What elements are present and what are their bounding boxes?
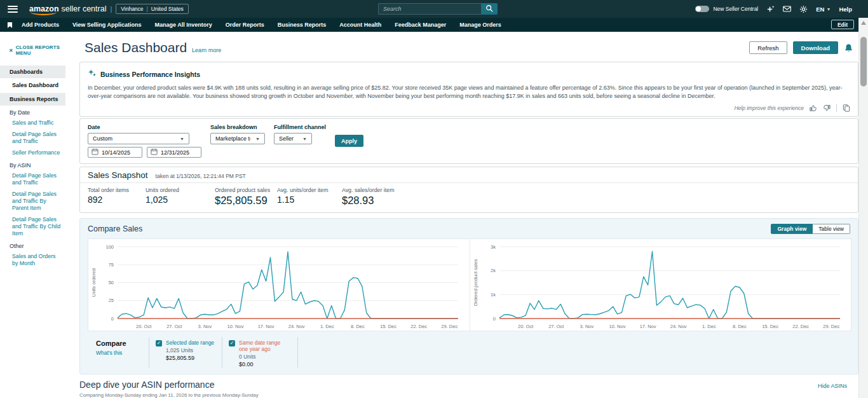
filters-card: Date Custom ▼ 10/14/2025 12/31/2025 (79, 118, 858, 164)
whats-this-link[interactable]: What's this (96, 350, 149, 356)
sales-snapshot-card: Sales Snapshot taken at 1/13/2026, 12:21… (79, 167, 858, 213)
search-input[interactable] (378, 3, 481, 15)
fulfillment-channel-select[interactable]: Seller ▼ (274, 133, 312, 144)
copy-icon[interactable] (843, 104, 850, 112)
scroll-up-arrow-icon[interactable] (861, 21, 866, 25)
hide-asins-link[interactable]: Hide ASINs (818, 383, 847, 389)
table-view-button[interactable]: Table view (813, 224, 850, 234)
logo-amazon-text: amazon (29, 4, 59, 13)
checkbox-selected-date-range[interactable]: ✓ (156, 340, 162, 347)
sidebar-item[interactable]: Detail Page Sales and Traffic (0, 128, 65, 147)
subnav-item[interactable]: Manage Orders (459, 22, 501, 28)
compare-label: Compare (96, 340, 149, 347)
insights-body-text: In December, your ordered product sales … (88, 84, 850, 100)
metric-value: $28.93 (342, 195, 394, 207)
metric-label: Total order items (88, 187, 146, 193)
settings-gear-icon[interactable] (799, 5, 808, 13)
metric-value: $25,805.59 (215, 195, 277, 207)
metric-label: Units ordered (146, 187, 215, 193)
snapshot-metric: Total order items892 (88, 187, 146, 207)
sparkle-plus-icon[interactable] (766, 5, 775, 13)
amazon-seller-central-logo[interactable]: amazon seller central (29, 4, 106, 13)
snapshot-title: Sales Snapshot (88, 170, 148, 180)
logo-seller-central-text: seller central (62, 4, 107, 13)
business-performance-insights-card: Business Performance Insights In Decembe… (79, 62, 858, 117)
thumbs-up-icon[interactable] (810, 104, 817, 112)
checkbox-same-date-range-one-year-ago[interactable]: ✓ (229, 340, 235, 347)
sidebar-item[interactable]: Detail Page Sales and Traffic (0, 170, 65, 188)
svg-text:15. Dec: 15. Dec (380, 324, 397, 329)
sales-breakdown-label: Sales breakdown (210, 124, 265, 130)
main-content: Sales Dashboard Learn more Refresh Downl… (65, 32, 858, 398)
sales-breakdown-select[interactable]: Marketplace total ▼ (210, 133, 265, 144)
metric-label: Ordered product sales (215, 187, 277, 193)
header-actions: New Seller Central EN ▼ Help (695, 0, 852, 18)
end-date-input[interactable]: 12/31/2025 (147, 147, 201, 158)
charts-panel: 025507510020. Oct27. Oct3. Nov10. Nov17.… (88, 238, 851, 331)
learn-more-link[interactable]: Learn more (192, 47, 221, 53)
sidebar-item[interactable]: Sales Dashboard (0, 78, 65, 91)
refresh-button[interactable]: Refresh (749, 41, 787, 54)
subnav-item[interactable]: View Selling Applications (72, 22, 142, 28)
svg-text:3k: 3k (491, 244, 496, 250)
edit-button[interactable]: Edit (831, 20, 854, 29)
subnav-item[interactable]: Order Reports (226, 22, 264, 28)
start-date-input[interactable]: 10/14/2025 (88, 147, 142, 158)
date-filter-label: Date (88, 124, 201, 130)
legend-item-previous: ✓ Same date range one year ago 0 Units $… (222, 337, 297, 367)
deep-dive-subtitle: Comparing Monday-Sunday ending Jan 11, 2… (79, 392, 853, 398)
new-seller-central-toggle[interactable] (695, 6, 709, 12)
footer-divider (836, 104, 837, 112)
sidebar-item[interactable]: Detail Page Sales and Traffic By Parent … (0, 188, 65, 214)
start-date-value: 10/14/2025 (102, 149, 130, 156)
sidebar-item[interactable]: Sales and Orders by Month (0, 250, 65, 269)
date-range-select[interactable]: Custom ▼ (88, 133, 189, 144)
chevron-down-icon: ▼ (250, 137, 260, 141)
download-button[interactable]: Download (793, 41, 838, 54)
sidebar-subheader: Other (0, 239, 65, 250)
insights-title: Business Performance Insights (100, 71, 200, 78)
bookmark-icon[interactable] (7, 22, 13, 29)
svg-text:27. Oct: 27. Oct (166, 324, 182, 329)
svg-text:100: 100 (105, 244, 114, 250)
language-selector[interactable]: EN ▼ (816, 6, 831, 13)
svg-text:27. Oct: 27. Oct (548, 324, 564, 329)
subnav-item[interactable]: Account Health (339, 22, 381, 28)
search-button[interactable] (481, 3, 498, 15)
thumbs-down-icon[interactable] (823, 104, 831, 112)
subnav-item[interactable]: Manage All Inventory (155, 22, 212, 28)
sales-breakdown-filter-group: Sales breakdown Marketplace total ▼ (210, 124, 265, 158)
subnav-item[interactable]: Add Products (22, 22, 59, 28)
snapshot-metric: Ordered product sales$25,805.59 (215, 187, 277, 207)
metric-value: 1.15 (277, 195, 342, 205)
svg-text:1k: 1k (491, 292, 496, 298)
sidebar-item[interactable]: Seller Performance (0, 147, 65, 158)
deep-dive-title: Deep dive your ASIN performance (79, 380, 214, 390)
svg-text:17. Nov: 17. Nov (258, 324, 275, 329)
account-marketplace-switcher[interactable]: Vinhance | United States (116, 4, 189, 14)
sidebar-menu: DashboardsSales DashboardBusiness Report… (0, 65, 65, 269)
subnav-item[interactable]: Business Reports (278, 22, 327, 28)
subnav-item[interactable]: Feedback Manager (395, 22, 446, 28)
metric-label: Avg. units/order item (277, 187, 342, 193)
chevron-down-icon: ▼ (297, 137, 307, 141)
close-reports-menu-link[interactable]: ✕ CLOSE REPORTS MENU (0, 32, 65, 64)
legend-divider (297, 337, 298, 367)
sidebar-item[interactable]: Detail Page Sales and Traffic By Child I… (0, 214, 65, 239)
graph-view-button[interactable]: Graph view (771, 224, 813, 234)
title-actions: Refresh Download (749, 41, 853, 54)
hamburger-menu-icon[interactable] (8, 6, 18, 13)
snapshot-metric: Avg. sales/order item$28.93 (342, 187, 394, 207)
apply-button[interactable]: Apply (335, 135, 363, 147)
svg-text:29. Dec: 29. Dec (441, 324, 458, 329)
messages-envelope-icon[interactable] (783, 6, 791, 12)
help-link[interactable]: Help (839, 6, 852, 13)
scrollbar-thumb[interactable] (860, 37, 867, 86)
sidebar-item[interactable]: Sales and Traffic (0, 117, 65, 128)
svg-text:1. Dec: 1. Dec (320, 324, 334, 329)
svg-text:3. Nov: 3. Nov (580, 324, 594, 329)
legend-current-units: 1,025 Units (166, 347, 214, 353)
bell-icon[interactable] (844, 43, 853, 53)
svg-text:0: 0 (111, 316, 114, 322)
close-reports-menu-label: CLOSE REPORTS MENU (16, 45, 62, 56)
